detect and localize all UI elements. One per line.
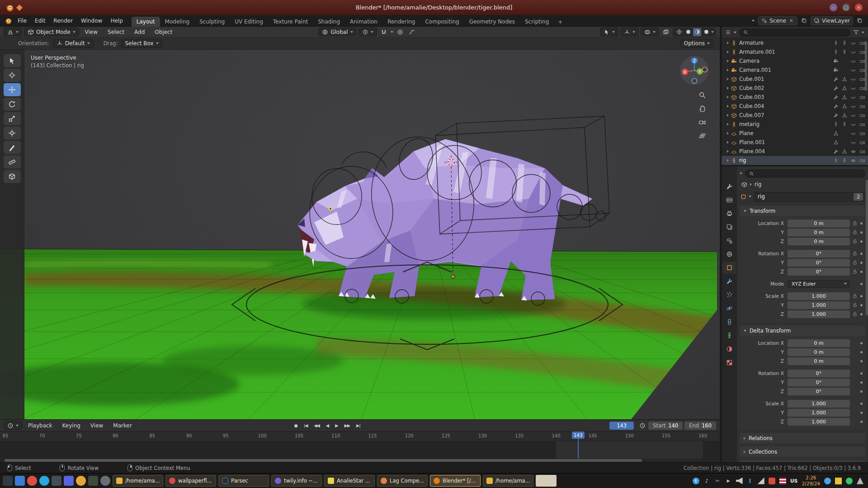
taskbar-window-button[interactable]: wallpaperfl... bbox=[165, 475, 216, 487]
3d-viewport[interactable]: User Perspective (143) Collection | rig … bbox=[0, 50, 720, 419]
properties-search-input[interactable] bbox=[745, 169, 865, 178]
users-count-badge[interactable]: 2 bbox=[854, 193, 863, 201]
expand-arrow-icon[interactable] bbox=[727, 114, 729, 117]
mode-selector[interactable]: Object Mode bbox=[24, 28, 79, 36]
property-value-field[interactable]: 0° bbox=[788, 388, 850, 395]
navigation-gizmo[interactable]: Z X Y bbox=[679, 55, 710, 86]
animate-dot[interactable] bbox=[860, 360, 863, 362]
breadcrumb-object-name[interactable]: rig bbox=[755, 181, 761, 188]
expand-arrow-icon[interactable] bbox=[727, 132, 729, 135]
taskbar-launcher-icon[interactable] bbox=[100, 476, 110, 486]
viewlayer-selector[interactable]: ViewLayer bbox=[811, 16, 853, 25]
properties-tab[interactable] bbox=[722, 235, 736, 246]
shading-material-button[interactable] bbox=[693, 28, 701, 36]
outliner-row[interactable]: Plane.004 bbox=[722, 147, 868, 156]
expand-arrow-icon[interactable] bbox=[727, 42, 729, 44]
object-name-field[interactable]: rig 2 bbox=[754, 192, 864, 202]
hide-viewport-icon[interactable] bbox=[850, 76, 856, 82]
hide-viewport-icon[interactable] bbox=[850, 140, 856, 145]
hide-viewport-icon[interactable] bbox=[850, 49, 856, 55]
property-value-field[interactable]: 0° bbox=[788, 379, 850, 386]
disable-render-icon[interactable] bbox=[859, 113, 865, 118]
property-value-field[interactable]: 1.000 bbox=[788, 292, 850, 300]
preview-range-clock-icon[interactable] bbox=[639, 422, 646, 429]
disable-render-icon[interactable] bbox=[859, 149, 865, 155]
animate-dot[interactable] bbox=[860, 390, 863, 393]
outliner-search-input[interactable] bbox=[739, 28, 850, 37]
outliner-item-name[interactable]: Camera.001 bbox=[739, 67, 771, 73]
expand-arrow-icon[interactable] bbox=[727, 159, 729, 162]
tool-button[interactable] bbox=[4, 69, 21, 82]
property-value-field[interactable]: 0° bbox=[788, 268, 850, 276]
lock-icon[interactable] bbox=[852, 269, 858, 274]
disable-render-icon[interactable] bbox=[859, 158, 865, 164]
outliner-row[interactable]: Camera bbox=[722, 56, 868, 66]
expand-arrow-icon[interactable] bbox=[727, 141, 729, 144]
hide-viewport-icon[interactable] bbox=[850, 131, 856, 136]
scene-selector[interactable]: Scene × bbox=[758, 16, 797, 25]
disable-render-icon[interactable] bbox=[859, 103, 865, 109]
tool-button[interactable] bbox=[4, 54, 21, 67]
taskbar-window-button[interactable]: /home/ama... bbox=[483, 475, 533, 487]
transport-button[interactable]: |◀ bbox=[302, 423, 310, 428]
timeline-menu-item[interactable]: View bbox=[86, 422, 107, 430]
disable-render-icon[interactable] bbox=[859, 131, 865, 136]
expand-arrow-icon[interactable] bbox=[727, 87, 729, 89]
tray-icon[interactable] bbox=[857, 478, 863, 484]
animate-dot[interactable] bbox=[860, 271, 863, 273]
snap-toggle[interactable] bbox=[379, 28, 389, 36]
workspace-tab[interactable]: Scripting bbox=[520, 17, 554, 27]
new-scene-icon[interactable] bbox=[801, 18, 807, 23]
frame-start-field[interactable]: Start140 bbox=[648, 422, 683, 430]
filter-caret[interactable] bbox=[862, 32, 864, 33]
outliner-row[interactable]: Armature.001 bbox=[722, 47, 868, 56]
transport-button[interactable]: ▶▶ bbox=[342, 423, 352, 428]
taskbar-launcher-icon[interactable] bbox=[15, 476, 25, 486]
properties-scrollbar[interactable] bbox=[866, 180, 868, 315]
workspace-tab[interactable]: Animation bbox=[345, 17, 382, 27]
tray-icon[interactable]: ▶ bbox=[725, 478, 732, 484]
animate-dot[interactable] bbox=[860, 222, 863, 225]
timeline-ruler[interactable]: 65 70 75 80 85 90 95 100 105 bbox=[0, 432, 720, 441]
properties-tab[interactable] bbox=[722, 194, 736, 206]
properties-editor-icon[interactable] bbox=[726, 169, 733, 176]
outliner-item-name[interactable]: Armature bbox=[739, 40, 764, 46]
outliner-row[interactable]: Cube.004 bbox=[722, 102, 868, 111]
workspace-tab[interactable]: Compositing bbox=[420, 17, 464, 27]
camera-view-icon[interactable] bbox=[698, 118, 706, 126]
shading-rendered-button[interactable] bbox=[702, 28, 710, 36]
gizmo-neg-x-axis[interactable] bbox=[703, 67, 708, 72]
options-dropdown[interactable]: Options bbox=[680, 39, 713, 48]
property-value-field[interactable]: 0 m bbox=[788, 238, 850, 245]
properties-tab[interactable] bbox=[722, 343, 736, 355]
outliner-item-name[interactable]: rig bbox=[739, 157, 746, 164]
tray-icon[interactable] bbox=[824, 478, 831, 484]
outliner-item-name[interactable]: metarig bbox=[739, 121, 760, 127]
window-control-button[interactable]: × bbox=[855, 4, 863, 11]
timeline-menu-item[interactable]: Playback bbox=[24, 422, 57, 430]
lock-icon[interactable] bbox=[852, 260, 858, 265]
clock[interactable]: 2:26 2/29/24 bbox=[802, 475, 820, 486]
collapsed-section-header[interactable]: Relations bbox=[740, 433, 865, 443]
zoom-icon[interactable] bbox=[698, 91, 706, 99]
tray-icon[interactable] bbox=[846, 478, 853, 484]
workspace-tab[interactable]: Texture Paint bbox=[268, 17, 313, 27]
hide-viewport-icon[interactable] bbox=[850, 113, 856, 118]
lock-icon[interactable] bbox=[852, 302, 858, 308]
outliner-display-caret[interactable] bbox=[734, 32, 736, 33]
hide-viewport-icon[interactable] bbox=[850, 122, 856, 127]
outliner-item-name[interactable]: Plane.004 bbox=[739, 148, 765, 155]
shading-wireframe-button[interactable] bbox=[675, 28, 683, 36]
hide-viewport-icon[interactable] bbox=[850, 85, 856, 91]
property-value-field[interactable]: 0° bbox=[788, 259, 850, 267]
hide-viewport-icon[interactable] bbox=[850, 58, 856, 64]
menubar-item[interactable]: Help bbox=[106, 17, 127, 25]
outliner-display-mode-icon[interactable] bbox=[725, 29, 731, 35]
keyboard-layout-indicator[interactable]: US bbox=[790, 478, 798, 484]
outliner-item-name[interactable]: Cube.001 bbox=[739, 76, 764, 82]
taskbar-window-button[interactable]: /home/ama... bbox=[113, 475, 163, 487]
taskbar-launcher-icon[interactable] bbox=[3, 476, 13, 486]
tray-icon[interactable] bbox=[769, 478, 775, 484]
property-value-field[interactable]: 1.000 bbox=[788, 409, 850, 417]
current-frame-field[interactable]: 143 bbox=[609, 422, 634, 430]
